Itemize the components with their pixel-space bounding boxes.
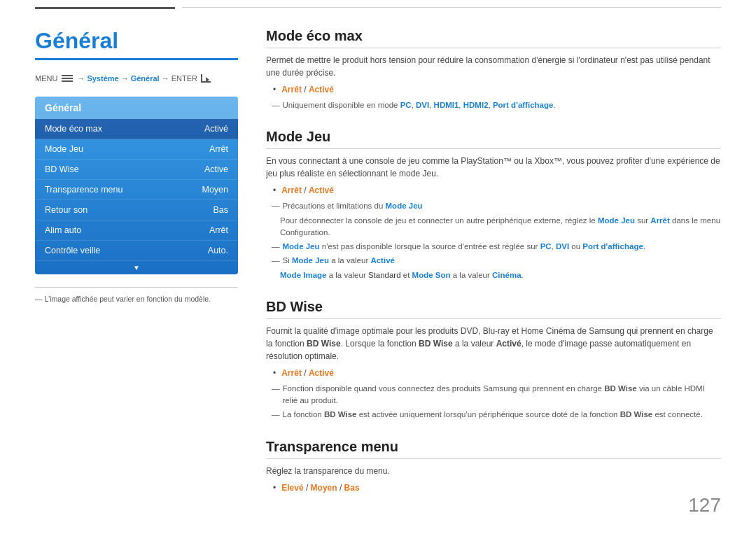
eco-max-bullet: • Arrêt / Activé	[266, 83, 721, 96]
section-title-bd-wise: BD Wise	[266, 299, 721, 319]
bullet-dot: •	[273, 367, 276, 379]
footnote: L'image affichée peut varier en fonction…	[35, 287, 238, 303]
section-title-eco-max: Mode éco max	[266, 28, 721, 48]
menu-item-value: Active	[204, 164, 228, 174]
mode-jeu-bullet: • Arrêt / Activé	[266, 184, 721, 197]
section-body-eco-max: Permet de mettre le produit hors tension…	[266, 54, 721, 111]
system-link: Système	[87, 74, 118, 83]
bd-wise-bullet: • Arrêt / Activé	[266, 367, 721, 379]
menu-item-bd-wise[interactable]: BD Wise Active	[35, 160, 238, 180]
breadcrumb: MENU → Système → Général → ENTER	[35, 74, 238, 83]
section-transparence: Transparence menu Réglez la transparence…	[266, 439, 721, 498]
section-title-mode-jeu: Mode Jeu	[266, 129, 721, 149]
mode-jeu-note5: Mode Image a la valeur Standard et Mode …	[266, 269, 721, 281]
bullet-dot: •	[273, 482, 276, 494]
eco-max-note-text: Uniquement disponible en mode PC, DVI, H…	[283, 99, 556, 111]
menu-item-transparence[interactable]: Transparence menu Moyen	[35, 180, 238, 200]
mode-jeu-options: Arrêt / Activé	[281, 184, 334, 197]
menu-item-retour-son[interactable]: Retour son Bas	[35, 200, 238, 220]
current-link: Général	[131, 74, 160, 83]
section-title-transparence: Transparence menu	[266, 439, 721, 459]
section-bd-wise: BD Wise Fournit la qualité d'image optim…	[266, 299, 721, 423]
mode-jeu-note3: Mode Jeu n'est pas disponible lorsque la…	[266, 241, 721, 253]
arrow3: →	[162, 74, 169, 83]
bd-wise-note1: Fonction disponible quand vous connectez…	[266, 383, 721, 407]
top-line-light	[182, 7, 721, 8]
eco-max-note: Uniquement disponible en mode PC, DVI, H…	[266, 99, 721, 111]
note3-text: Mode Jeu n'est pas disponible lorsque la…	[283, 241, 646, 253]
section-mode-eco-max: Mode éco max Permet de mettre le produit…	[266, 28, 721, 113]
page-number: 127	[688, 494, 721, 517]
mode-jeu-body: En vous connectant à une console de jeu …	[266, 155, 721, 180]
menu-item-mode-eco-max[interactable]: Mode éco max Activé	[35, 119, 238, 139]
bd-wise-note2-text: La fonction BD Wise est activée uniqueme…	[283, 409, 703, 421]
transparence-bullet: • Elevé / Moyen / Bas	[266, 482, 721, 494]
arrow2: →	[121, 74, 129, 83]
menu-item-label: Transparence menu	[45, 185, 122, 195]
top-line-dark	[35, 7, 175, 9]
menu-item-label: BD Wise	[45, 164, 79, 174]
section-body-transparence: Réglez la transparence du menu. • Elevé …	[266, 465, 721, 494]
enter-icon	[201, 74, 211, 83]
section-body-mode-jeu: En vous connectant à une console de jeu …	[266, 155, 721, 281]
menu-item-alim-auto[interactable]: Alim auto Arrêt	[35, 220, 238, 241]
menu-icon	[62, 75, 73, 82]
section-body-bd-wise: Fournit la qualité d'image optimale pour…	[266, 325, 721, 421]
bd-wise-options: Arrêt / Activé	[281, 367, 334, 379]
menu-item-value: Auto.	[208, 246, 228, 255]
bullet-dot: •	[273, 83, 276, 96]
arrow1: →	[77, 74, 85, 83]
mode-jeu-note1: Précautions et limitations du Mode Jeu	[266, 200, 721, 212]
right-column: Mode éco max Permet de mettre le produit…	[266, 28, 721, 506]
bd-wise-body: Fournit la qualité d'image optimale pour…	[266, 325, 721, 363]
menu-item-value: Arrêt	[209, 144, 228, 154]
menu-scroll-down[interactable]: ▼	[35, 261, 238, 274]
left-column: Général MENU → Système → Général → ENTER…	[35, 28, 238, 506]
menu-item-label: Mode éco max	[45, 124, 102, 134]
menu-label: MENU	[35, 74, 57, 83]
menu-item-label: Contrôle veille	[45, 246, 100, 255]
eco-max-body: Permet de mettre le produit hors tension…	[266, 54, 721, 79]
transparence-body: Réglez la transparence du menu.	[266, 465, 721, 477]
page-title: Général	[35, 28, 238, 60]
menu-panel: Général Mode éco max Activé Mode Jeu Arr…	[35, 97, 238, 274]
eco-max-options: Arrêt / Activé	[281, 83, 334, 96]
menu-item-value: Arrêt	[209, 225, 228, 235]
menu-item-label: Mode Jeu	[45, 144, 83, 154]
menu-item-value: Moyen	[202, 185, 228, 195]
menu-item-mode-jeu[interactable]: Mode Jeu Arrêt	[35, 139, 238, 160]
bd-wise-note1-text: Fonction disponible quand vous connectez…	[283, 383, 722, 407]
mode-jeu-note2: Pour déconnecter la console de jeu et co…	[266, 215, 721, 239]
note1-text: Précautions et limitations du Mode Jeu	[283, 200, 423, 212]
mode-jeu-note4: Si Mode Jeu a la valeur Activé	[266, 255, 721, 267]
menu-item-label: Retour son	[45, 205, 88, 215]
transparence-options: Elevé / Moyen / Bas	[281, 482, 359, 494]
menu-item-label: Alim auto	[45, 225, 81, 235]
menu-item-value: Activé	[204, 124, 228, 134]
bd-wise-note2: La fonction BD Wise est activée uniqueme…	[266, 409, 721, 421]
menu-item-controle-veille[interactable]: Contrôle veille Auto.	[35, 241, 238, 261]
bullet-dot: •	[273, 184, 276, 197]
menu-panel-title: Général	[35, 97, 238, 119]
note4-text: Si Mode Jeu a la valeur Activé	[283, 255, 395, 267]
enter-label: ENTER	[172, 74, 197, 83]
section-mode-jeu: Mode Jeu En vous connectant à une consol…	[266, 129, 721, 283]
menu-item-value: Bas	[213, 205, 228, 215]
